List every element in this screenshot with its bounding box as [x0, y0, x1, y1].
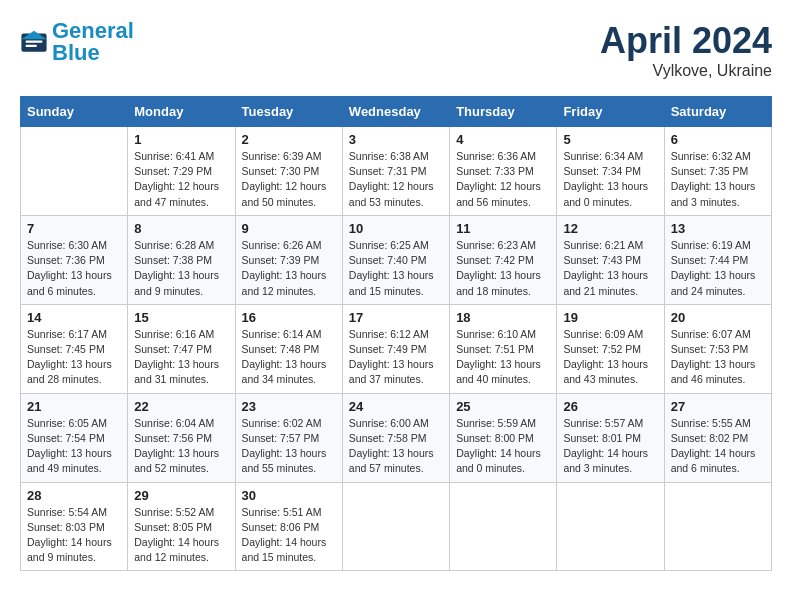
weekday-header: Wednesday [342, 97, 449, 127]
logo-icon [20, 28, 48, 56]
day-number: 5 [563, 132, 657, 147]
day-number: 12 [563, 221, 657, 236]
day-number: 24 [349, 399, 443, 414]
calendar-cell: 5Sunrise: 6:34 AM Sunset: 7:34 PM Daylig… [557, 127, 664, 216]
calendar-cell: 27Sunrise: 5:55 AM Sunset: 8:02 PM Dayli… [664, 393, 771, 482]
day-number: 19 [563, 310, 657, 325]
calendar-week-row: 28Sunrise: 5:54 AM Sunset: 8:03 PM Dayli… [21, 482, 772, 571]
month-title: April 2024 [600, 20, 772, 62]
day-info: Sunrise: 6:28 AM Sunset: 7:38 PM Dayligh… [134, 238, 228, 299]
day-number: 26 [563, 399, 657, 414]
day-info: Sunrise: 6:30 AM Sunset: 7:36 PM Dayligh… [27, 238, 121, 299]
day-info: Sunrise: 6:02 AM Sunset: 7:57 PM Dayligh… [242, 416, 336, 477]
day-number: 2 [242, 132, 336, 147]
weekday-header: Thursday [450, 97, 557, 127]
day-number: 6 [671, 132, 765, 147]
calendar-cell: 4Sunrise: 6:36 AM Sunset: 7:33 PM Daylig… [450, 127, 557, 216]
weekday-header: Saturday [664, 97, 771, 127]
weekday-header: Friday [557, 97, 664, 127]
logo: GeneralBlue [20, 20, 134, 64]
day-info: Sunrise: 6:09 AM Sunset: 7:52 PM Dayligh… [563, 327, 657, 388]
calendar-cell: 28Sunrise: 5:54 AM Sunset: 8:03 PM Dayli… [21, 482, 128, 571]
day-number: 23 [242, 399, 336, 414]
day-number: 9 [242, 221, 336, 236]
title-block: April 2024 Vylkove, Ukraine [600, 20, 772, 80]
calendar-cell: 30Sunrise: 5:51 AM Sunset: 8:06 PM Dayli… [235, 482, 342, 571]
calendar-cell: 12Sunrise: 6:21 AM Sunset: 7:43 PM Dayli… [557, 215, 664, 304]
day-info: Sunrise: 6:12 AM Sunset: 7:49 PM Dayligh… [349, 327, 443, 388]
day-info: Sunrise: 5:55 AM Sunset: 8:02 PM Dayligh… [671, 416, 765, 477]
calendar-cell: 13Sunrise: 6:19 AM Sunset: 7:44 PM Dayli… [664, 215, 771, 304]
calendar-cell: 20Sunrise: 6:07 AM Sunset: 7:53 PM Dayli… [664, 304, 771, 393]
calendar-week-row: 21Sunrise: 6:05 AM Sunset: 7:54 PM Dayli… [21, 393, 772, 482]
day-number: 30 [242, 488, 336, 503]
calendar-cell [450, 482, 557, 571]
day-info: Sunrise: 6:41 AM Sunset: 7:29 PM Dayligh… [134, 149, 228, 210]
calendar-cell: 3Sunrise: 6:38 AM Sunset: 7:31 PM Daylig… [342, 127, 449, 216]
calendar-cell: 8Sunrise: 6:28 AM Sunset: 7:38 PM Daylig… [128, 215, 235, 304]
calendar-cell: 29Sunrise: 5:52 AM Sunset: 8:05 PM Dayli… [128, 482, 235, 571]
calendar-cell [664, 482, 771, 571]
calendar-cell: 9Sunrise: 6:26 AM Sunset: 7:39 PM Daylig… [235, 215, 342, 304]
day-info: Sunrise: 6:16 AM Sunset: 7:47 PM Dayligh… [134, 327, 228, 388]
day-number: 10 [349, 221, 443, 236]
day-number: 20 [671, 310, 765, 325]
day-number: 1 [134, 132, 228, 147]
calendar-week-row: 14Sunrise: 6:17 AM Sunset: 7:45 PM Dayli… [21, 304, 772, 393]
day-info: Sunrise: 5:52 AM Sunset: 8:05 PM Dayligh… [134, 505, 228, 566]
day-info: Sunrise: 6:07 AM Sunset: 7:53 PM Dayligh… [671, 327, 765, 388]
day-number: 11 [456, 221, 550, 236]
day-number: 7 [27, 221, 121, 236]
calendar-cell: 22Sunrise: 6:04 AM Sunset: 7:56 PM Dayli… [128, 393, 235, 482]
calendar-cell: 16Sunrise: 6:14 AM Sunset: 7:48 PM Dayli… [235, 304, 342, 393]
day-info: Sunrise: 6:10 AM Sunset: 7:51 PM Dayligh… [456, 327, 550, 388]
calendar-cell: 15Sunrise: 6:16 AM Sunset: 7:47 PM Dayli… [128, 304, 235, 393]
calendar-cell: 2Sunrise: 6:39 AM Sunset: 7:30 PM Daylig… [235, 127, 342, 216]
weekday-header: Tuesday [235, 97, 342, 127]
day-number: 28 [27, 488, 121, 503]
day-number: 29 [134, 488, 228, 503]
day-info: Sunrise: 6:26 AM Sunset: 7:39 PM Dayligh… [242, 238, 336, 299]
day-info: Sunrise: 5:57 AM Sunset: 8:01 PM Dayligh… [563, 416, 657, 477]
day-info: Sunrise: 6:17 AM Sunset: 7:45 PM Dayligh… [27, 327, 121, 388]
day-info: Sunrise: 6:38 AM Sunset: 7:31 PM Dayligh… [349, 149, 443, 210]
day-info: Sunrise: 6:14 AM Sunset: 7:48 PM Dayligh… [242, 327, 336, 388]
day-info: Sunrise: 5:54 AM Sunset: 8:03 PM Dayligh… [27, 505, 121, 566]
calendar-cell: 21Sunrise: 6:05 AM Sunset: 7:54 PM Dayli… [21, 393, 128, 482]
day-info: Sunrise: 5:59 AM Sunset: 8:00 PM Dayligh… [456, 416, 550, 477]
calendar-cell: 23Sunrise: 6:02 AM Sunset: 7:57 PM Dayli… [235, 393, 342, 482]
day-info: Sunrise: 6:25 AM Sunset: 7:40 PM Dayligh… [349, 238, 443, 299]
calendar-cell: 17Sunrise: 6:12 AM Sunset: 7:49 PM Dayli… [342, 304, 449, 393]
day-number: 3 [349, 132, 443, 147]
day-info: Sunrise: 6:04 AM Sunset: 7:56 PM Dayligh… [134, 416, 228, 477]
day-info: Sunrise: 6:23 AM Sunset: 7:42 PM Dayligh… [456, 238, 550, 299]
day-number: 21 [27, 399, 121, 414]
calendar-cell: 11Sunrise: 6:23 AM Sunset: 7:42 PM Dayli… [450, 215, 557, 304]
day-number: 14 [27, 310, 121, 325]
day-number: 15 [134, 310, 228, 325]
calendar-cell: 10Sunrise: 6:25 AM Sunset: 7:40 PM Dayli… [342, 215, 449, 304]
calendar-cell [21, 127, 128, 216]
weekday-header: Sunday [21, 97, 128, 127]
day-info: Sunrise: 6:19 AM Sunset: 7:44 PM Dayligh… [671, 238, 765, 299]
day-number: 25 [456, 399, 550, 414]
day-info: Sunrise: 6:34 AM Sunset: 7:34 PM Dayligh… [563, 149, 657, 210]
calendar-cell: 25Sunrise: 5:59 AM Sunset: 8:00 PM Dayli… [450, 393, 557, 482]
svg-rect-3 [26, 45, 37, 47]
day-info: Sunrise: 6:05 AM Sunset: 7:54 PM Dayligh… [27, 416, 121, 477]
calendar-cell: 26Sunrise: 5:57 AM Sunset: 8:01 PM Dayli… [557, 393, 664, 482]
calendar-week-row: 1Sunrise: 6:41 AM Sunset: 7:29 PM Daylig… [21, 127, 772, 216]
day-info: Sunrise: 6:36 AM Sunset: 7:33 PM Dayligh… [456, 149, 550, 210]
day-number: 18 [456, 310, 550, 325]
calendar-week-row: 7Sunrise: 6:30 AM Sunset: 7:36 PM Daylig… [21, 215, 772, 304]
page-header: GeneralBlue April 2024 Vylkove, Ukraine [20, 20, 772, 80]
day-info: Sunrise: 6:21 AM Sunset: 7:43 PM Dayligh… [563, 238, 657, 299]
weekday-header-row: SundayMondayTuesdayWednesdayThursdayFrid… [21, 97, 772, 127]
calendar-cell: 18Sunrise: 6:10 AM Sunset: 7:51 PM Dayli… [450, 304, 557, 393]
calendar-cell [557, 482, 664, 571]
day-number: 13 [671, 221, 765, 236]
day-info: Sunrise: 6:00 AM Sunset: 7:58 PM Dayligh… [349, 416, 443, 477]
calendar-table: SundayMondayTuesdayWednesdayThursdayFrid… [20, 96, 772, 571]
location: Vylkove, Ukraine [600, 62, 772, 80]
calendar-cell: 1Sunrise: 6:41 AM Sunset: 7:29 PM Daylig… [128, 127, 235, 216]
